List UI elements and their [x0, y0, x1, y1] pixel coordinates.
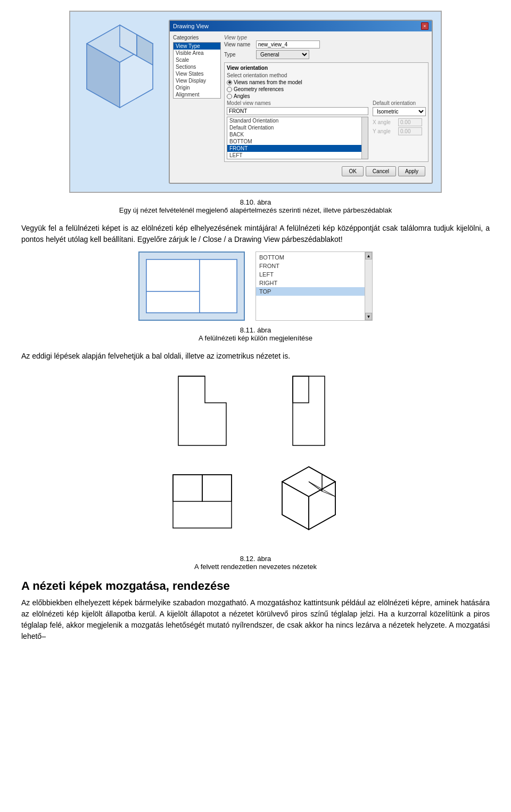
fig812-text: A felvett rendezetlen nevezetes nézetek	[194, 563, 317, 571]
side-view-drawing	[266, 368, 351, 453]
mv-item-default[interactable]: Default Orientation	[227, 124, 368, 131]
svg-rect-10	[146, 259, 200, 291]
fig811-word: ábra	[257, 326, 271, 334]
radio-angles-label: Angles	[234, 93, 250, 99]
cat-item-alignment[interactable]: Alignment	[174, 91, 220, 98]
dialog-footer: OK Cancel Apply	[224, 164, 428, 180]
ok-button[interactable]: OK	[342, 166, 363, 176]
mv-item-standard[interactable]: Standard Orientation	[227, 117, 368, 124]
figure-810-caption: 8.10. ábra Egy új nézet felvételénél meg…	[21, 198, 490, 214]
paragraph-3: Az előbbiekben elhelyezett képek bármely…	[21, 597, 490, 642]
view-orientation-box: View orientation Select orientation meth…	[224, 62, 428, 162]
isometric-view-drawing	[266, 459, 351, 544]
screenshot-box: Drawing View × Categories View Type Visi…	[69, 11, 442, 193]
mv-item-back[interactable]: BACK	[227, 131, 368, 138]
vl-scroll-down[interactable]: ▼	[365, 313, 372, 320]
viewtype-label: Type	[224, 52, 256, 58]
cat-item-viewdisplay[interactable]: View Display	[174, 77, 220, 84]
model-view-names-label: Model view names	[227, 100, 368, 106]
model-view-input[interactable]	[227, 107, 368, 115]
y-angle-row: Y angle	[373, 127, 426, 135]
radio-views-names[interactable]: Views names from the model	[227, 79, 426, 85]
viewname-label: View name	[224, 42, 256, 47]
fig811-text: A felülnézeti kép külön megjelenítése	[199, 334, 312, 342]
viewname-input[interactable]	[256, 40, 320, 48]
drawings-row-top	[160, 368, 351, 453]
dialog-title: Drawing View	[173, 23, 209, 29]
x-angle-label: X angle	[373, 119, 397, 125]
svg-marker-22	[282, 482, 309, 530]
section-heading: A nézeti képek mozgatása, rendezése	[21, 579, 490, 593]
vl-scroll-track	[365, 259, 372, 313]
y-angle-label: Y angle	[373, 128, 397, 134]
fig810-word: ábra	[257, 198, 271, 206]
default-orient-select[interactable]: Isometric	[373, 107, 426, 116]
radio-geometry-label: Geometry references	[234, 86, 284, 92]
paragraph-2: Az eddigi lépések alapján felvehetjük a …	[21, 351, 490, 362]
radio-angles-dot	[227, 94, 232, 99]
svg-rect-18	[173, 475, 202, 501]
paragraph-1: Vegyük fel a felülnézeti képet is az elö…	[21, 223, 490, 245]
cancel-button[interactable]: Cancel	[366, 166, 396, 176]
viewname-row: View name	[224, 40, 428, 48]
x-angle-row: X angle	[373, 118, 426, 126]
page-container: Drawing View × Categories View Type Visi…	[0, 0, 511, 659]
categories-list: View Type Visible Area Scale Sections Vi…	[173, 42, 221, 99]
mv-item-front[interactable]: FRONT	[227, 145, 368, 152]
close-button[interactable]: ×	[421, 22, 428, 30]
mv-item-bottom[interactable]: BOTTOM	[227, 138, 368, 145]
cat-item-visiblearea[interactable]: Visible Area	[174, 50, 220, 56]
view-type-section: View type View name Type General	[224, 35, 428, 59]
vl-scrollbar[interactable]: ▲ ▼	[365, 252, 372, 320]
y-angle-input[interactable]	[398, 127, 422, 135]
svg-marker-13	[178, 376, 226, 445]
dialog-titlebar: Drawing View ×	[170, 21, 432, 31]
fig812-number: 8.12.	[240, 555, 256, 563]
mv-item-left[interactable]: LEFT	[227, 152, 368, 159]
model-view-list: Standard Orientation Default Orientation…	[227, 117, 368, 159]
vl-scroll-up[interactable]: ▲	[365, 252, 372, 259]
cat-item-scale[interactable]: Scale	[174, 56, 220, 63]
categories-label: Categories	[173, 35, 221, 40]
svg-rect-19	[202, 475, 232, 501]
svg-rect-12	[200, 259, 237, 313]
vl-item-top[interactable]: TOP	[256, 287, 372, 296]
cat-item-sections[interactable]: Sections	[174, 63, 220, 70]
dialog-body: Categories View Type Visible Area Scale …	[170, 31, 432, 183]
vl-item-right[interactable]: RIGHT	[256, 279, 372, 287]
cat-item-viewstates[interactable]: View States	[174, 70, 220, 77]
figure-811-caption: 8.11. ábra A felülnézeti kép külön megje…	[21, 326, 490, 342]
x-angle-input[interactable]	[398, 118, 422, 126]
fig812-word: ábra	[257, 555, 271, 563]
fig811-number: 8.11.	[240, 326, 256, 334]
radio-geometry[interactable]: Geometry references	[227, 86, 426, 92]
mv-scrollbar[interactable]	[361, 117, 368, 159]
apply-button[interactable]: Apply	[398, 166, 425, 176]
right-panel: View type View name Type General	[224, 35, 428, 180]
categories-panel: Categories View Type Visible Area Scale …	[173, 35, 221, 180]
model-view-right: Default orientation Isometric X angle	[373, 100, 426, 159]
top-view-drawing	[160, 459, 245, 544]
view-orientation-title: View orientation	[227, 65, 426, 71]
model-view-section: Model view names Standard Orientation De…	[227, 100, 426, 159]
vl-item-left[interactable]: LEFT	[256, 270, 372, 279]
viewtype-section-label: View type	[224, 35, 428, 40]
fig810-number: 8.10.	[240, 198, 256, 206]
viewtype-row: Type General	[224, 50, 428, 59]
dialog-window: Drawing View × Categories View Type Visi…	[169, 20, 433, 184]
viewtype-select[interactable]: General	[256, 50, 309, 59]
radio-views-names-dot	[227, 80, 232, 85]
svg-rect-16	[293, 376, 309, 403]
vl-item-bottom[interactable]: BOTTOM	[256, 253, 372, 262]
view-list-panel: BOTTOM FRONT LEFT RIGHT TOP ▲ ▼	[256, 251, 373, 321]
vl-item-front[interactable]: FRONT	[256, 262, 372, 270]
radio-views-names-label: Views names from the model	[234, 79, 302, 85]
radio-geometry-dot	[227, 87, 232, 92]
cat-item-viewtype[interactable]: View Type	[174, 43, 220, 50]
front-view-drawing	[160, 368, 245, 453]
cat-item-origin[interactable]: Origin	[174, 84, 220, 91]
svg-line-25	[309, 482, 322, 491]
radio-angles[interactable]: Angles	[227, 93, 426, 99]
second-screenshot: BOTTOM FRONT LEFT RIGHT TOP ▲ ▼	[21, 251, 490, 321]
figure-812-caption: 8.12. ábra A felvett rendezetlen nevezet…	[21, 555, 490, 571]
